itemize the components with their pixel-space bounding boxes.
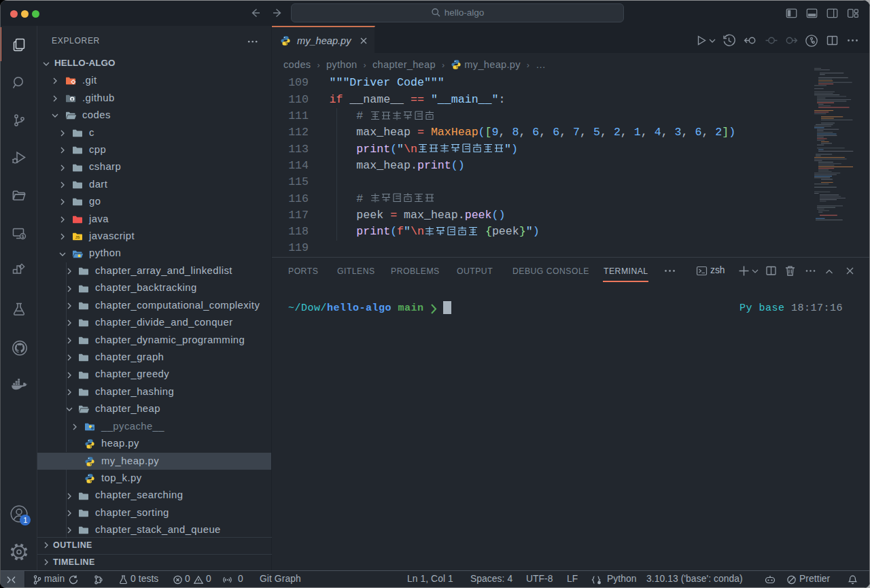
svg-text:JS: JS	[75, 236, 80, 240]
